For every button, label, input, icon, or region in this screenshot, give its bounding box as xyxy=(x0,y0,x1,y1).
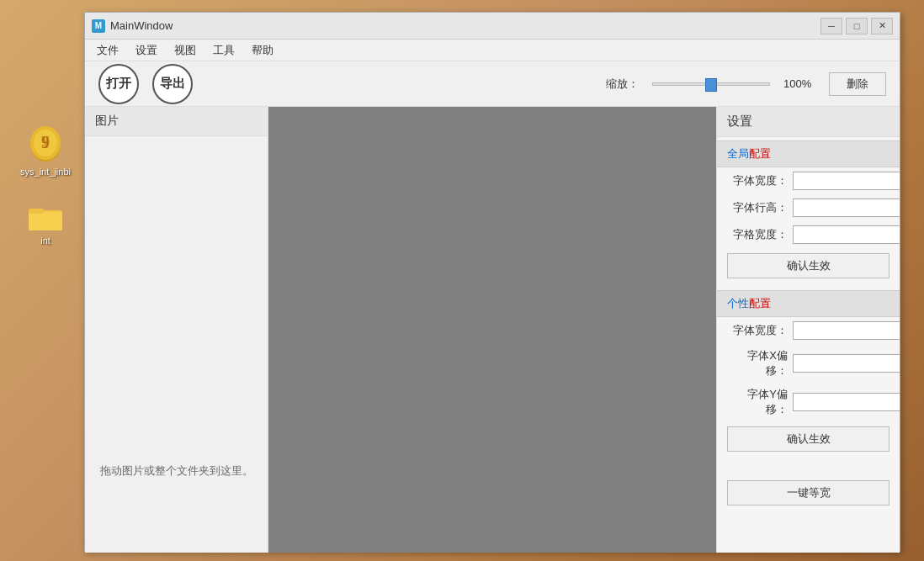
menu-settings[interactable]: 设置 xyxy=(127,40,166,61)
coin-icon: 9 ¥ xyxy=(29,126,62,163)
personal-font-width-row: 字体宽度： xyxy=(717,317,900,344)
personal-font-width-input[interactable] xyxy=(793,321,900,340)
global-space-width-label: 字格宽度： xyxy=(727,227,788,242)
zoom-slider-container xyxy=(652,82,770,86)
desktop-icon-folder-label: int xyxy=(40,236,50,246)
desktop-icon-folder[interactable]: int xyxy=(15,202,76,246)
window-icon: M xyxy=(92,19,105,33)
folder-icon xyxy=(27,202,64,232)
personal-y-offset-label: 字体Y偏移： xyxy=(727,387,788,417)
personal-y-offset-input[interactable] xyxy=(793,393,900,411)
global-section-header: 全局配置 xyxy=(717,140,900,167)
desktop-icon-coin-label: sys_int_jinbi xyxy=(20,167,71,177)
zoom-label: 缩放： xyxy=(606,77,639,92)
desktop-icon-coin[interactable]: 9 ¥ sys_int_jinbi xyxy=(15,126,76,177)
one-key-button[interactable]: 一键等宽 xyxy=(727,480,889,505)
global-section-label-2: 配置 xyxy=(749,147,771,160)
delete-button[interactable]: 删除 xyxy=(829,72,886,96)
personal-font-width-label: 字体宽度： xyxy=(727,323,788,338)
image-panel: 图片 拖动图片或整个文件夹到这里。 xyxy=(85,107,268,553)
global-section-label-1: 全局 xyxy=(727,147,749,160)
minimize-button[interactable]: ─ xyxy=(820,18,842,34)
global-line-height-input[interactable] xyxy=(793,198,900,217)
title-bar: M MainWindow ─ □ ✕ xyxy=(85,13,900,40)
personal-x-offset-row: 字体X偏移： xyxy=(717,344,900,383)
menu-tools[interactable]: 工具 xyxy=(204,40,243,61)
global-space-width-input[interactable] xyxy=(793,225,900,244)
personal-x-offset-label: 字体X偏移： xyxy=(727,348,788,378)
drop-hint: 拖动图片或整个文件夹到这里。 xyxy=(85,457,268,485)
personal-section-label-1: 个性 xyxy=(727,297,749,310)
title-bar-controls: ─ □ ✕ xyxy=(820,18,893,34)
zoom-percent: 100% xyxy=(783,77,815,90)
maximize-button[interactable]: □ xyxy=(846,18,868,34)
export-button[interactable]: 导出 xyxy=(152,64,193,104)
content-area: 图片 拖动图片或整个文件夹到这里。 设置 全局配置 字体宽度： 字体行高： 字格… xyxy=(85,107,900,553)
global-space-width-row: 字格宽度： xyxy=(717,221,900,248)
personal-x-offset-input[interactable] xyxy=(793,354,900,373)
menu-file[interactable]: 文件 xyxy=(88,40,127,61)
svg-rect-7 xyxy=(29,209,44,214)
global-font-width-input[interactable] xyxy=(793,172,900,190)
image-panel-header: 图片 xyxy=(85,107,268,136)
svg-text:¥: ¥ xyxy=(41,133,50,151)
close-button[interactable]: ✕ xyxy=(871,18,893,34)
main-window: M MainWindow ─ □ ✕ 文件 设置 视图 工具 帮助 打开 导出 … xyxy=(84,12,900,552)
menu-help[interactable]: 帮助 xyxy=(243,40,282,61)
personal-confirm-button[interactable]: 确认生效 xyxy=(727,426,889,452)
global-line-height-row: 字体行高： xyxy=(717,194,900,221)
preview-panel[interactable] xyxy=(268,107,716,553)
settings-title: 设置 xyxy=(717,107,900,137)
settings-panel: 设置 全局配置 字体宽度： 字体行高： 字格宽度： 确认生效 个性配置 xyxy=(716,107,900,553)
global-confirm-button[interactable]: 确认生效 xyxy=(727,253,889,278)
zoom-slider[interactable] xyxy=(652,82,770,86)
global-line-height-label: 字体行高： xyxy=(727,200,788,215)
global-font-width-row: 字体宽度： xyxy=(717,167,900,194)
desktop-icons: 9 ¥ sys_int_jinbi int xyxy=(15,126,76,246)
personal-section-header: 个性配置 xyxy=(717,290,900,317)
personal-y-offset-row: 字体Y偏移： xyxy=(717,383,900,421)
open-button[interactable]: 打开 xyxy=(98,64,139,104)
zoom-slider-thumb[interactable] xyxy=(705,78,717,92)
toolbar: 打开 导出 缩放： 100% 删除 xyxy=(85,61,900,107)
menu-bar: 文件 设置 视图 工具 帮助 xyxy=(85,40,900,61)
global-font-width-label: 字体宽度： xyxy=(727,173,788,188)
personal-section-label-2: 配置 xyxy=(749,297,771,310)
menu-view[interactable]: 视图 xyxy=(166,40,204,61)
window-title: MainWindow xyxy=(110,19,820,32)
svg-rect-6 xyxy=(29,212,62,230)
